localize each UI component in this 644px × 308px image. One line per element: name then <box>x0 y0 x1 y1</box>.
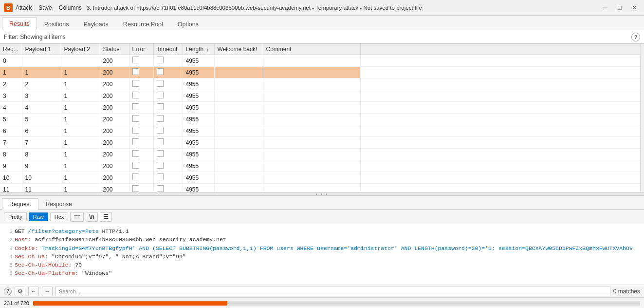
table-cell: 5 <box>22 114 61 125</box>
minimize-button[interactable]: ─ <box>599 3 611 13</box>
tab-positions[interactable]: Positions <box>37 18 76 30</box>
table-cell: 4955 <box>183 137 214 149</box>
table-row[interactable]: 101012004955 <box>0 172 640 184</box>
table-row[interactable]: 5512004955 <box>0 114 640 125</box>
menu-attack[interactable]: Attack <box>16 4 32 11</box>
table-cell: 4955 <box>183 184 214 192</box>
table-cell <box>214 55 263 67</box>
results-table-wrapper[interactable]: Req... Payload 1 Payload 2 Status Error … <box>0 44 640 192</box>
progress-track <box>33 301 640 306</box>
table-row[interactable]: 3312004955 <box>0 90 640 102</box>
col-header-error[interactable]: Error <box>129 44 153 55</box>
table-cell: 4955 <box>183 114 214 125</box>
col-header-req[interactable]: Req... <box>0 44 22 55</box>
table-row[interactable]: 2212004955 <box>0 78 640 90</box>
search-input[interactable] <box>55 287 610 296</box>
tab-resource-pool[interactable]: Resource Pool <box>116 18 170 30</box>
format-icon-button[interactable]: ≡≡ <box>70 212 84 222</box>
table-row[interactable]: 02004955 <box>0 55 640 67</box>
tab-results[interactable]: Results <box>2 18 37 30</box>
table-cell: 1 <box>61 149 100 160</box>
pretty-button[interactable]: Pretty <box>4 212 27 221</box>
table-cell: 1 <box>61 125 100 137</box>
col-header-payload2[interactable]: Payload 2 <box>61 44 100 55</box>
right-scrollbar[interactable] <box>640 44 644 192</box>
table-cell <box>153 149 183 160</box>
matches-text: 0 matches <box>613 288 640 295</box>
table-cell <box>129 149 153 160</box>
code-area[interactable]: 1 GET /filter?category=Pets HTTP/1.1 2 H… <box>0 224 644 285</box>
table-cell: 6 <box>0 125 22 137</box>
close-button[interactable]: ✕ <box>628 3 640 13</box>
table-cell <box>263 67 360 78</box>
menu-icon-button[interactable]: ☰ <box>100 212 112 222</box>
table-cell: 7 <box>22 137 61 149</box>
col-header-comment[interactable]: Comment <box>263 44 360 55</box>
table-cell: 1 <box>22 67 61 78</box>
table-cell <box>214 184 263 192</box>
table-row[interactable]: 9912004955 <box>0 160 640 172</box>
code-line-5: 5 Sec-Ch-Ua-Mobile: ?0 <box>4 261 640 269</box>
menu-columns[interactable]: Columns <box>59 4 82 11</box>
table-cell: 8 <box>22 149 61 160</box>
window-title: 3. Intruder attack of https://acf71ff01f… <box>87 5 595 11</box>
tab-options[interactable]: Options <box>170 18 206 30</box>
filter-help-button[interactable]: ? <box>631 33 640 41</box>
nav-forward-button[interactable]: → <box>42 287 53 296</box>
table-cell: 9 <box>0 160 22 172</box>
table-cell <box>153 172 183 184</box>
table-cell: 200 <box>100 149 129 160</box>
bottom-pane: Request Response Pretty Raw Hex ≡≡ \n ☰ … <box>0 196 644 308</box>
table-cell: 2 <box>0 78 22 90</box>
col-header-welcome[interactable]: Welcome back! <box>214 44 263 55</box>
table-cell <box>214 137 263 149</box>
table-cell: 1 <box>61 90 100 102</box>
table-cell: 3 <box>22 90 61 102</box>
table-cell: 10 <box>0 172 22 184</box>
table-cell: 200 <box>100 160 129 172</box>
hex-button[interactable]: Hex <box>50 212 69 221</box>
resize-handle[interactable]: • • • <box>0 192 644 196</box>
table-cell: 200 <box>100 114 129 125</box>
tab-payloads[interactable]: Payloads <box>76 18 115 30</box>
col-header-payload1[interactable]: Payload 1 <box>22 44 61 55</box>
gear-settings-button[interactable]: ⚙ <box>15 287 25 296</box>
newline-button[interactable]: \n <box>86 212 98 222</box>
table-row[interactable]: 7712004955 <box>0 137 640 149</box>
col-header-length[interactable]: Length ↑ <box>183 44 214 55</box>
table-cell: 1 <box>0 67 22 78</box>
maximize-button[interactable]: □ <box>614 3 626 13</box>
table-cell <box>129 78 153 90</box>
table-cell: 1 <box>61 184 100 192</box>
raw-button[interactable]: Raw <box>29 212 48 221</box>
table-row[interactable]: 8812004955 <box>0 149 640 160</box>
nav-back-button[interactable]: ← <box>28 287 39 296</box>
code-line-1: 1 GET /filter?category=Pets HTTP/1.1 <box>4 227 640 235</box>
table-cell <box>153 125 183 137</box>
table-cell <box>129 67 153 78</box>
table-cell: 10 <box>22 172 61 184</box>
tab-response[interactable]: Response <box>38 198 79 210</box>
table-cell <box>153 90 183 102</box>
table-cell <box>129 172 153 184</box>
table-row[interactable]: 1112004955 <box>0 67 640 78</box>
table-cell: 3 <box>0 90 22 102</box>
col-header-timeout[interactable]: Timeout <box>153 44 183 55</box>
status-help-button[interactable]: ? <box>4 288 12 295</box>
table-row[interactable]: 6612004955 <box>0 125 640 137</box>
table-header-row: Req... Payload 1 Payload 2 Status Error … <box>0 44 640 55</box>
filter-text: Filter: Showing all items <box>4 34 631 40</box>
table-cell: 200 <box>100 78 129 90</box>
table-cell <box>214 102 263 114</box>
menu-save[interactable]: Save <box>38 4 52 11</box>
table-body: 0200495511120049552212004955331200495544… <box>0 55 640 192</box>
tab-request[interactable]: Request <box>2 198 38 210</box>
col-header-status[interactable]: Status <box>100 44 129 55</box>
table-cell: 1 <box>61 78 100 90</box>
table-row[interactable]: 111112004955 <box>0 184 640 192</box>
table-cell <box>129 102 153 114</box>
table-cell: 7 <box>0 137 22 149</box>
table-row[interactable]: 4412004955 <box>0 102 640 114</box>
table-cell <box>263 125 360 137</box>
table-cell: 200 <box>100 125 129 137</box>
